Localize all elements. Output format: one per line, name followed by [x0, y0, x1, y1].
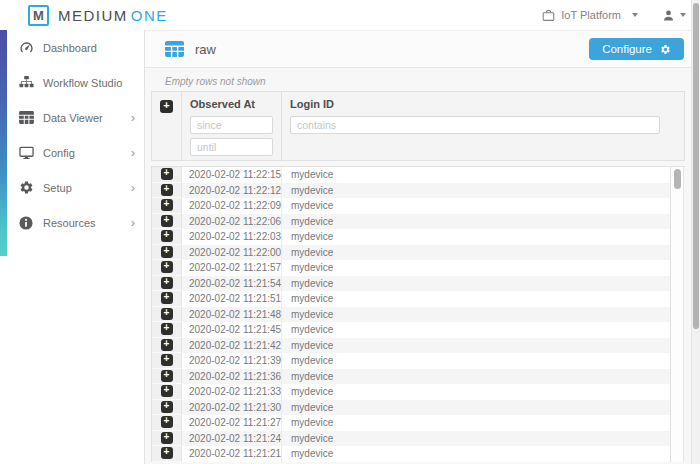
expand-row-icon[interactable] — [161, 308, 173, 320]
expand-row-icon[interactable] — [161, 416, 173, 428]
sidebar: Dashboard Workflow S — [0, 30, 145, 464]
expand-row-icon[interactable] — [161, 292, 173, 304]
table-scrollbar-thumb[interactable] — [674, 169, 681, 189]
expand-row-cell[interactable] — [152, 353, 182, 369]
sidebar-item-config[interactable]: Config › — [0, 135, 144, 170]
expand-row-icon[interactable] — [161, 447, 173, 459]
sidebar-item-workflow-studio[interactable]: Workflow Studio — [0, 65, 144, 100]
until-filter-input[interactable] — [190, 138, 273, 156]
expand-all-icon[interactable] — [160, 100, 173, 113]
expand-row-icon[interactable] — [161, 277, 173, 289]
expand-row-cell[interactable] — [152, 183, 182, 199]
sidebar-item-data-viewer[interactable]: Data Viewer › — [0, 100, 144, 135]
expand-row-cell[interactable] — [152, 322, 182, 338]
top-bar: M MEDIUMONE IoT Platform — [0, 0, 700, 30]
table-row[interactable]: 2020-02-02 11:21:30 mydevice — [152, 400, 670, 416]
brand-logo[interactable]: M — [28, 5, 49, 26]
expand-row-cell[interactable] — [152, 198, 182, 214]
expand-row-cell[interactable] — [152, 446, 182, 462]
table-row[interactable]: 2020-02-02 11:21:21 mydevice — [152, 446, 670, 462]
table-row[interactable]: 2020-02-02 11:22:15 mydevice — [152, 167, 670, 183]
workflow-icon — [18, 75, 34, 90]
expand-row-icon[interactable] — [161, 339, 173, 351]
topbar-right: IoT Platform — [542, 9, 686, 22]
expand-row-icon[interactable] — [161, 370, 173, 382]
expand-row-cell[interactable] — [152, 431, 182, 447]
table-row[interactable]: 2020-02-02 11:21:54 mydevice — [152, 276, 670, 292]
platform-context-label: IoT Platform — [561, 9, 621, 21]
login-id-cell: mydevice — [282, 322, 670, 338]
expand-row-icon[interactable] — [161, 199, 173, 211]
observed-at-column-label: Observed At — [190, 98, 273, 112]
platform-context-menu[interactable]: IoT Platform — [542, 9, 638, 22]
expand-row-cell[interactable] — [152, 260, 182, 276]
sidebar-item-dashboard[interactable]: Dashboard — [0, 30, 144, 65]
table-row[interactable]: 2020-02-02 11:21:39 mydevice — [152, 353, 670, 369]
user-menu[interactable] — [662, 9, 686, 22]
sidebar-item-resources[interactable]: Resources › — [0, 205, 144, 240]
table-row[interactable]: 2020-02-02 11:21:42 mydevice — [152, 338, 670, 354]
gear-icon — [660, 44, 671, 55]
login-id-cell: mydevice — [282, 214, 670, 230]
expand-row-icon[interactable] — [161, 432, 173, 444]
table-row[interactable]: 2020-02-02 11:22:03 mydevice — [152, 229, 670, 245]
brand-name-secondary: ONE — [131, 7, 168, 24]
configure-button[interactable]: Configure — [589, 38, 684, 60]
table-row[interactable]: 2020-02-02 11:21:48 mydevice — [152, 307, 670, 323]
page-scrollbar-thumb[interactable] — [693, 3, 699, 329]
expand-row-icon[interactable] — [161, 385, 173, 397]
expand-row-cell[interactable] — [152, 214, 182, 230]
expand-row-cell[interactable] — [152, 369, 182, 385]
expand-row-icon[interactable] — [161, 168, 173, 180]
chevron-right-icon: › — [131, 146, 135, 159]
data-table-icon — [18, 111, 34, 124]
login-id-cell: mydevice — [282, 198, 670, 214]
expand-row-icon[interactable] — [161, 261, 173, 273]
expand-row-cell[interactable] — [152, 276, 182, 292]
since-filter-input[interactable] — [190, 116, 273, 134]
expand-all-cell — [152, 92, 182, 160]
table-row[interactable]: 2020-02-02 11:22:00 mydevice — [152, 245, 670, 261]
table-row[interactable]: 2020-02-02 11:22:12 mydevice — [152, 183, 670, 199]
sidebar-item-label: Dashboard — [43, 42, 97, 54]
expand-row-cell[interactable] — [152, 338, 182, 354]
expand-row-icon[interactable] — [161, 230, 173, 242]
table-scrollbar[interactable] — [671, 167, 684, 462]
expand-row-cell[interactable] — [152, 384, 182, 400]
expand-row-cell[interactable] — [152, 291, 182, 307]
expand-row-icon[interactable] — [161, 401, 173, 413]
sidebar-item-setup[interactable]: Setup › — [0, 170, 144, 205]
table-row[interactable]: 2020-02-02 11:21:33 mydevice — [152, 384, 670, 400]
login-id-cell: mydevice — [282, 338, 670, 354]
table-row[interactable]: 2020-02-02 11:22:06 mydevice — [152, 214, 670, 230]
expand-row-cell[interactable] — [152, 307, 182, 323]
expand-row-cell[interactable] — [152, 415, 182, 431]
expand-row-icon[interactable] — [161, 215, 173, 227]
expand-row-cell[interactable] — [152, 229, 182, 245]
brand-name-primary: MEDIUM — [58, 7, 128, 24]
observed-at-cell: 2020-02-02 11:22:09 — [182, 198, 282, 214]
app-window: M MEDIUMONE IoT Platform — [0, 0, 700, 464]
table-row[interactable]: 2020-02-02 11:21:36 mydevice — [152, 369, 670, 385]
table-row[interactable]: 2020-02-02 11:21:51 mydevice — [152, 291, 670, 307]
observed-at-cell: 2020-02-02 11:21:45 — [182, 322, 282, 338]
expand-row-icon[interactable] — [161, 323, 173, 335]
table-row[interactable]: 2020-02-02 11:21:27 mydevice — [152, 415, 670, 431]
table-row[interactable]: 2020-02-02 11:21:57 mydevice — [152, 260, 670, 276]
table-row[interactable]: 2020-02-02 11:21:24 mydevice — [152, 431, 670, 447]
gear-icon — [18, 180, 34, 195]
table-row[interactable]: 2020-02-02 11:21:45 mydevice — [152, 322, 670, 338]
observed-at-cell: 2020-02-02 11:21:36 — [182, 369, 282, 385]
contains-filter-input[interactable] — [290, 116, 660, 134]
login-id-cell: mydevice — [282, 353, 670, 369]
expand-row-cell[interactable] — [152, 167, 182, 183]
expand-row-icon[interactable] — [161, 246, 173, 258]
caret-down-icon — [680, 13, 686, 17]
table-row[interactable]: 2020-02-02 11:22:09 mydevice — [152, 198, 670, 214]
expand-row-cell[interactable] — [152, 400, 182, 416]
expand-row-icon[interactable] — [161, 184, 173, 196]
page-scrollbar[interactable] — [691, 0, 700, 464]
expand-row-icon[interactable] — [161, 354, 173, 366]
expand-row-cell[interactable] — [152, 245, 182, 261]
observed-at-cell: 2020-02-02 11:22:00 — [182, 245, 282, 261]
